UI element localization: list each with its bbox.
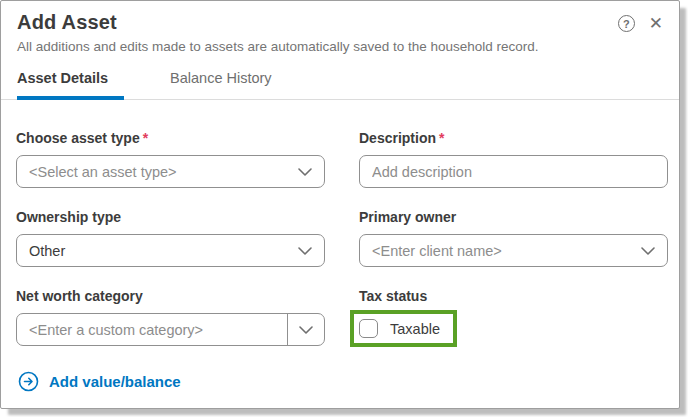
chevron-down-icon [298,168,312,176]
field-group-ownership-type: Ownership type Other [16,209,325,267]
taxable-highlight-box: Taxable [350,310,457,347]
description-field-wrap [359,155,668,188]
tab-asset-details[interactable]: Asset Details [17,70,124,100]
net-worth-category-label: Net worth category [16,288,325,304]
net-worth-category-combobox [16,313,325,346]
field-group-primary-owner: Primary owner <Enter client name> [359,209,668,267]
required-asterisk: * [439,130,444,146]
chevron-down-icon [299,326,313,334]
primary-owner-placeholder: <Enter client name> [372,243,502,259]
field-group-asset-type: Choose asset type* <Select an asset type… [16,130,325,188]
asset-form: Choose asset type* <Select an asset type… [1,100,679,368]
net-worth-category-dropdown-button[interactable] [287,314,324,345]
chevron-down-icon [298,247,312,255]
asset-type-label: Choose asset type* [16,130,325,146]
tab-bar: Asset Details Balance History [1,70,679,100]
dialog-header: Add Asset ? ✕ [1,1,679,34]
field-group-tax-status: Tax status Taxable [359,288,668,347]
asset-type-placeholder: <Select an asset type> [29,164,177,180]
close-icon[interactable]: ✕ [649,15,663,32]
help-icon[interactable]: ? [618,15,635,32]
field-group-net-worth-category: Net worth category [16,288,325,347]
dialog-subtitle: All additions and edits made to assets a… [1,39,679,54]
field-group-description: Description* [359,130,668,188]
add-value-balance-link[interactable]: Add value/balance [18,371,679,392]
chevron-down-icon [641,247,655,255]
ownership-type-value: Other [29,243,65,259]
primary-owner-label: Primary owner [359,209,668,225]
taxable-checkbox-label: Taxable [390,321,440,337]
arrow-right-circle-icon [18,371,39,392]
tax-status-label: Tax status [359,288,668,304]
page-title: Add Asset [17,11,117,34]
tab-balance-history[interactable]: Balance History [170,70,272,99]
description-label: Description* [359,130,668,146]
ownership-type-label: Ownership type [16,209,325,225]
net-worth-category-input[interactable] [29,322,287,338]
add-value-balance-label: Add value/balance [49,373,181,390]
ownership-type-select[interactable]: Other [16,234,325,267]
asset-type-select[interactable]: <Select an asset type> [16,155,325,188]
header-icons: ? ✕ [618,11,663,32]
taxable-checkbox[interactable] [359,319,378,338]
primary-owner-select[interactable]: <Enter client name> [359,234,668,267]
required-asterisk: * [143,130,148,146]
description-input[interactable] [372,164,655,180]
add-asset-dialog: Add Asset ? ✕ All additions and edits ma… [0,0,680,409]
